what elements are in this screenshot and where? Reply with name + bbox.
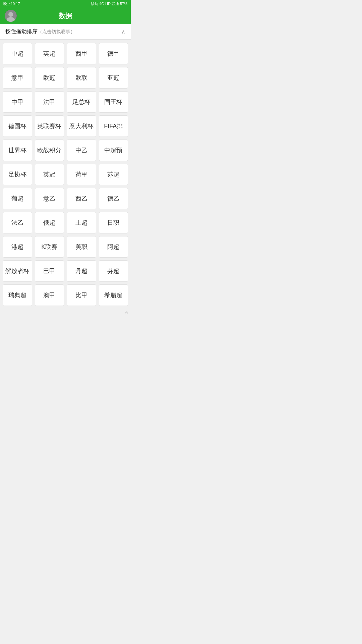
- league-item-31[interactable]: 日职: [99, 212, 128, 233]
- page-title: 数据: [17, 11, 114, 20]
- league-grid: 中超英超西甲德甲意甲欧冠欧联亚冠中甲法甲足总杯国王杯德国杯英联赛杯意大利杯FIF…: [3, 43, 128, 306]
- league-item-0[interactable]: 中超: [3, 43, 32, 64]
- league-item-17[interactable]: 欧战积分: [35, 140, 64, 161]
- league-item-35[interactable]: 阿超: [99, 236, 128, 258]
- league-item-18[interactable]: 中乙: [67, 140, 96, 161]
- league-item-37[interactable]: 巴甲: [35, 260, 64, 282]
- league-item-21[interactable]: 英冠: [35, 164, 64, 185]
- league-item-10[interactable]: 足总杯: [67, 91, 96, 113]
- league-item-26[interactable]: 西乙: [67, 188, 96, 209]
- league-item-2[interactable]: 西甲: [67, 43, 96, 64]
- league-item-8[interactable]: 中甲: [3, 91, 32, 113]
- sort-main-text: 按住拖动排序: [5, 29, 38, 34]
- league-item-9[interactable]: 法甲: [35, 91, 64, 113]
- league-item-32[interactable]: 港超: [3, 236, 32, 258]
- league-item-34[interactable]: 美职: [67, 236, 96, 258]
- sort-bar[interactable]: 按住拖动排序（点击切换赛事） ∧: [0, 24, 131, 40]
- league-item-36[interactable]: 解放者杯: [3, 260, 32, 282]
- league-item-1[interactable]: 英超: [35, 43, 64, 64]
- league-item-24[interactable]: 葡超: [3, 188, 32, 209]
- league-item-22[interactable]: 荷甲: [67, 164, 96, 185]
- league-item-19[interactable]: 中超预: [99, 140, 128, 161]
- league-item-41[interactable]: 澳甲: [35, 284, 64, 306]
- league-item-28[interactable]: 法乙: [3, 212, 32, 233]
- collapse-icon[interactable]: ∧: [121, 29, 125, 35]
- league-item-7[interactable]: 亚冠: [99, 67, 128, 89]
- league-item-6[interactable]: 欧联: [67, 67, 96, 89]
- league-item-30[interactable]: 土超: [67, 212, 96, 233]
- league-item-20[interactable]: 足协杯: [3, 164, 32, 185]
- league-item-38[interactable]: 丹超: [67, 260, 96, 282]
- svg-point-1: [8, 12, 13, 17]
- league-item-23[interactable]: 苏超: [99, 164, 128, 185]
- avatar[interactable]: [5, 10, 17, 22]
- league-item-4[interactable]: 意甲: [3, 67, 32, 89]
- status-icons: 移动 4G HD 联通 57%: [91, 1, 127, 6]
- league-item-43[interactable]: 希腊超: [99, 284, 128, 306]
- league-item-25[interactable]: 意乙: [35, 188, 64, 209]
- league-item-39[interactable]: 芬超: [99, 260, 128, 282]
- app-header: 数据: [0, 7, 131, 24]
- league-item-29[interactable]: 俄超: [35, 212, 64, 233]
- sort-bar-label: 按住拖动排序（点击切换赛事）: [5, 28, 75, 35]
- league-item-14[interactable]: 意大利杯: [67, 115, 96, 137]
- league-grid-container: 中超英超西甲德甲意甲欧冠欧联亚冠中甲法甲足总杯国王杯德国杯英联赛杯意大利杯FIF…: [0, 40, 131, 309]
- league-item-3[interactable]: 德甲: [99, 43, 128, 64]
- status-bar: 晚上10:17 移动 4G HD 联通 57%: [0, 0, 131, 7]
- league-item-33[interactable]: K联赛: [35, 236, 64, 258]
- league-item-40[interactable]: 瑞典超: [3, 284, 32, 306]
- league-item-11[interactable]: 国王杯: [99, 91, 128, 113]
- league-item-42[interactable]: 比甲: [67, 284, 96, 306]
- watermark: Ai: [0, 309, 131, 316]
- status-time: 晚上10:17: [3, 1, 20, 6]
- league-item-13[interactable]: 英联赛杯: [35, 115, 64, 137]
- league-item-16[interactable]: 世界杯: [3, 140, 32, 161]
- league-item-15[interactable]: FIFA排: [99, 115, 128, 137]
- league-item-27[interactable]: 德乙: [99, 188, 128, 209]
- league-item-12[interactable]: 德国杯: [3, 115, 32, 137]
- league-item-5[interactable]: 欧冠: [35, 67, 64, 89]
- sort-sub-text: （点击切换赛事）: [38, 29, 75, 34]
